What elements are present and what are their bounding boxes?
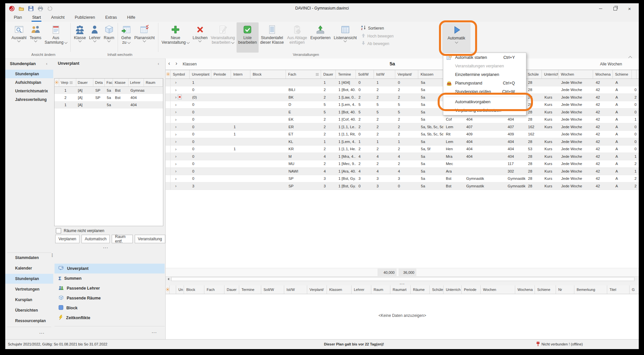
column-header-termine[interactable]: Termine — [336, 70, 356, 79]
column-header-wochenanzahl[interactable]: Wochena — [593, 70, 613, 79]
list-item-passende-lehrer[interactable]: Passende Lehrer — [55, 283, 165, 293]
list-item-summen[interactable]: Σ Summen — [55, 273, 165, 283]
splitter-handle[interactable]: ... — [400, 281, 405, 285]
scroll-left-icon[interactable] — [166, 277, 171, 281]
bottom-column-header-Wochena[interactable]: Wochena — [515, 285, 535, 294]
collapse-chevron-icon[interactable]: ‹ — [158, 61, 159, 66]
list-item-passende-raeume[interactable]: Passende Räume — [55, 293, 165, 303]
list-item-unverplant[interactable]: Unverplant — [55, 264, 165, 273]
planansicht-button[interactable]: Planansicht — [133, 22, 156, 53]
expand-chevron-icon[interactable]: › — [175, 117, 176, 122]
menu-item-einzeltermine-verplanen[interactable]: Einzeltermine verplanen — [443, 70, 526, 79]
list-item-zeitkonflikte[interactable]: Zeitkonflikte — [55, 313, 165, 323]
sidebar-item-stammdaten[interactable]: Stammdaten — [5, 253, 53, 263]
expand-chevron-icon[interactable]: › — [175, 176, 176, 181]
auswahl-button[interactable]: Auswahl — [10, 22, 28, 53]
list-item-block[interactable]: Block — [55, 303, 165, 313]
expand-chevron-icon[interactable]: › — [175, 154, 176, 159]
expand-chevron-icon[interactable]: › — [175, 87, 176, 92]
verplanen-button[interactable]: Verplanen — [55, 235, 80, 243]
sidebar-item-ressourcenplan[interactable]: Ressourcenplan — [5, 316, 53, 326]
bottom-column-header-Räume[interactable]: Räume — [411, 285, 430, 294]
expand-chevron-icon[interactable]: › — [175, 132, 176, 137]
expand-chevron-icon[interactable]: › — [175, 139, 176, 144]
column-header-ist[interactable]: Ist/W — [374, 70, 395, 79]
table-row[interactable]: ›0KL11 [Lem, 4...1115aLem40440428KursJed… — [166, 138, 639, 146]
column-header-klasse[interactable]: Klasse — [113, 79, 128, 86]
checkbox-icon[interactable] — [56, 228, 61, 233]
tab-start[interactable]: Start — [32, 14, 41, 22]
table-row[interactable]: ›0EK21 [Cof, 40...2225aCof40440428KursJe… — [166, 116, 639, 124]
expand-chevron-icon[interactable]: › — [175, 95, 176, 100]
bottom-column-header-Un[interactable]: Un — [176, 285, 184, 294]
loeschen-button[interactable]: Löschen — [191, 22, 209, 53]
column-header-schueler[interactable]: Schüle — [525, 70, 542, 79]
menu-item-automatik-starten[interactable]: Automatik starten Ctrl+Y — [443, 53, 526, 62]
sidebar-item-unterrichtsmatrix[interactable]: Unterrichtsmatrix — [5, 87, 53, 95]
raum-button[interactable]: Raum — [102, 22, 116, 53]
bottom-column-header-Unterrich[interactable]: Unterrich — [444, 285, 462, 294]
sidebar-item-kursplan[interactable]: Kursplan — [5, 295, 53, 305]
unverplant-row[interactable]: 2[A]SP5aBst404 — [55, 94, 163, 101]
column-header-sym[interactable]: Symbol — [171, 70, 190, 79]
expand-chevron-icon[interactable]: › — [175, 147, 176, 152]
lehrer-button[interactable]: Lehrer — [87, 22, 102, 53]
column-header-per[interactable]: Periode — [211, 70, 231, 79]
collapse-chevron-icon[interactable]: ‹ — [46, 61, 47, 66]
automatik-button[interactable]: Automatik — [442, 23, 471, 52]
column-header-sun[interactable] — [166, 70, 171, 79]
expand-chevron-icon[interactable]: › — [175, 161, 176, 166]
neue-veranstaltung-button[interactable]: Neue Veranstaltung — [160, 22, 191, 53]
table-row[interactable]: ›0BILI21 [Bot, 40...0225a28Jede Woche42A… — [166, 86, 639, 94]
column-header-unv[interactable]: Unverplant — [190, 70, 211, 79]
column-header-dauer[interactable]: Dauer — [321, 70, 336, 79]
table-row[interactable]: ›0SP31 [Bst, Gy...3335aBstGymnastikGymna… — [166, 175, 639, 183]
bottom-column-header-1[interactable] — [170, 285, 176, 294]
column-header-unterricht[interactable]: Unterrich — [542, 70, 559, 79]
listenansicht-button[interactable]: Listenansicht — [332, 22, 358, 53]
table-row[interactable]: ›(0)BK21 [Law, 0...2225a28KursJede Woche… — [166, 94, 639, 101]
restore-button[interactable] — [608, 4, 622, 13]
column-header-fach[interactable]: Fach — [286, 70, 321, 79]
menu-item-automatikvorgaben[interactable]: Automatikvorgaben — [443, 98, 526, 106]
table-row[interactable]: ›3SP31 [Bst, Gy...0305aBstGymnastikGymna… — [166, 182, 639, 190]
column-header-klassen[interactable]: Klassen — [418, 70, 443, 79]
sidebar-item-jahresverteilung[interactable]: Jahresverteilung — [5, 95, 53, 104]
column-header-lehrer[interactable]: Lehrer — [128, 79, 144, 86]
tab-extras[interactable]: Extras — [104, 14, 117, 22]
unverplant-row[interactable]: 1[A]SP5aBstGymnast — [55, 87, 163, 94]
panel-more-button[interactable]: ... — [103, 245, 108, 249]
bottom-column-header-Titel[interactable]: Titel — [607, 285, 630, 294]
column-header-soll[interactable]: Soll/W — [356, 70, 374, 79]
unverplant-row[interactable]: 1[A]5a404 — [55, 101, 163, 108]
expand-chevron-icon[interactable]: › — [175, 102, 176, 107]
column-header-block[interactable]: Block — [250, 70, 286, 79]
bottom-column-header-Raumart[interactable]: Raumart — [390, 285, 411, 294]
bottom-column-header-Periode[interactable]: Periode — [462, 285, 481, 294]
table-row[interactable]: ›0M41 [Mra, 4...4445aMra40440428KursJede… — [166, 153, 639, 160]
raeume-nicht-verplanen-checkbox[interactable]: Räume nicht verplanen — [56, 228, 104, 233]
column-header-raum[interactable]: Raum — [144, 79, 163, 86]
raum-entfernen-button[interactable]: Raum entf. — [112, 235, 133, 243]
bottom-column-header-Soll/W[interactable]: Soll/W — [261, 285, 284, 294]
aus-sammlung-button[interactable]: Aus Sammlung — [43, 22, 69, 53]
column-header-verplant[interactable]: Verplant/ — [395, 70, 418, 79]
table-splitter[interactable]: ... — [166, 281, 639, 286]
column-header-verp[interactable]: Verp — [59, 79, 76, 86]
expand-chevron-icon[interactable]: › — [175, 183, 176, 188]
tab-hilfe[interactable]: Hilfe — [126, 14, 136, 22]
bottom-column-header-Wochen[interactable]: Wochen — [481, 285, 515, 294]
teams-button[interactable]: Teams — [28, 22, 43, 53]
table-row[interactable]: ›0E51 [Bot, 40...5555a28KursJede Woche42… — [166, 108, 639, 116]
expand-chevron-icon[interactable]: › — [175, 80, 176, 85]
column-header-schiene[interactable]: Schiene — [613, 70, 632, 79]
bottom-column-header-Schiene[interactable]: Schiene — [535, 285, 556, 294]
liste-bearbeiten-button[interactable]: Liste bearbeiten — [237, 22, 259, 53]
table-row[interactable]: ›01KR21 [1.1, He...2225a, 5fHen40440453K… — [166, 146, 639, 153]
column-header-dauer[interactable]: Dauer — [76, 79, 94, 86]
bottom-column-header-Termine[interactable]: Termine — [239, 285, 261, 294]
menu-item-verplanung-zuruecksetzen[interactable]: Verplanung zurücksetzen — [443, 106, 526, 115]
column-header-wochen[interactable]: Wochen — [559, 70, 593, 79]
table-row[interactable]: ›0NAWI41 [Ara, 40...4445aAra30228KursJed… — [166, 168, 639, 175]
bottom-column-header-G[interactable]: G — [630, 285, 639, 294]
